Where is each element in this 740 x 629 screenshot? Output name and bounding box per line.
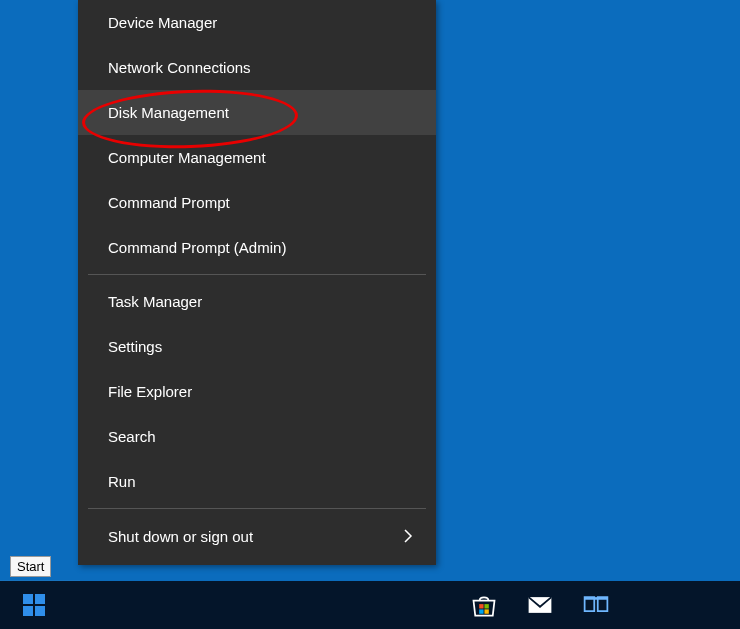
menu-item-task-manager[interactable]: Task Manager [78,279,436,324]
svg-rect-3 [484,609,488,613]
start-tooltip: Start [10,556,51,577]
chevron-right-icon [400,528,416,544]
menu-label: Device Manager [108,14,217,31]
menu-item-settings[interactable]: Settings [78,324,436,369]
svg-rect-0 [479,604,483,608]
menu-item-command-prompt[interactable]: Command Prompt [78,180,436,225]
menu-label: Computer Management [108,149,266,166]
menu-item-file-explorer[interactable]: File Explorer [78,369,436,414]
menu-label: Shut down or sign out [108,529,253,544]
menu-label: Network Connections [108,59,251,76]
menu-item-device-manager[interactable]: Device Manager [78,0,436,45]
tooltip-text: Start [17,559,44,574]
menu-label: Settings [108,338,162,355]
menu-item-network-connections[interactable]: Network Connections [78,45,436,90]
menu-separator [88,274,426,275]
menu-separator [88,508,426,509]
menu-label: Run [108,473,136,490]
winx-menu-group-2: Task Manager Settings File Explorer Sear… [78,279,436,504]
menu-item-disk-management[interactable]: Disk Management [78,90,436,135]
taskbar-mail-icon[interactable] [512,581,568,629]
svg-rect-1 [484,604,488,608]
menu-item-command-prompt-admin[interactable]: Command Prompt (Admin) [78,225,436,270]
svg-rect-2 [479,609,483,613]
menu-item-run[interactable]: Run [78,459,436,504]
windows-logo-icon [23,594,45,616]
winx-menu-group-1: Device Manager Network Connections Disk … [78,0,436,270]
menu-label: Command Prompt (Admin) [108,239,286,256]
menu-label: Disk Management [108,104,229,121]
menu-label: Search [108,428,156,445]
taskbar [0,581,740,629]
start-button[interactable] [0,581,68,629]
menu-label: Command Prompt [108,194,230,211]
winx-menu: Device Manager Network Connections Disk … [78,0,436,565]
menu-label: File Explorer [108,383,192,400]
menu-item-computer-management[interactable]: Computer Management [78,135,436,180]
winx-menu-group-3: Shut down or sign out [78,513,436,559]
desktop-edge [0,580,80,581]
menu-label: Task Manager [108,293,202,310]
taskbar-task-view-icon[interactable] [568,581,624,629]
menu-item-shut-down[interactable]: Shut down or sign out [78,513,436,559]
svg-rect-7 [585,597,608,600]
menu-item-search[interactable]: Search [78,414,436,459]
taskbar-store-icon[interactable] [456,581,512,629]
